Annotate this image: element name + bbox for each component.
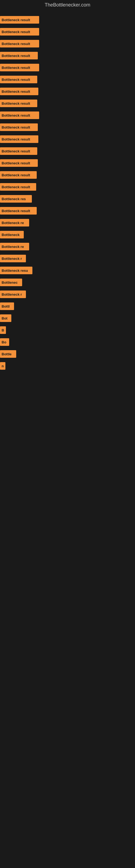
bar-row: Bottleneck result [0, 39, 135, 49]
bar-row: Bottleneck result [0, 98, 135, 108]
bottleneck-bar[interactable]: Bottleneck result [0, 16, 39, 24]
bar-row: Bottleneck result [0, 15, 135, 25]
bottleneck-bar[interactable]: Bot [0, 314, 11, 322]
bottleneck-bar[interactable]: Bottleneck result [0, 76, 37, 83]
bottleneck-bar[interactable]: Bottleneck r [0, 255, 26, 262]
bar-row: Bottleneck r [0, 254, 135, 264]
bar-row: Bottleneck result [0, 74, 135, 84]
site-title: TheBottlenecker.com [0, 0, 135, 10]
bar-row: Bottl [0, 301, 135, 311]
bar-row: Bottleneck re [0, 218, 135, 227]
bottleneck-bar[interactable]: Bottleneck result [0, 40, 39, 48]
bar-row: Bottleneck result [0, 182, 135, 192]
bar-row: B [0, 325, 135, 335]
bar-row: Bottleneck result [0, 122, 135, 132]
bottleneck-bar[interactable]: Bottleneck result [0, 171, 37, 179]
bar-row: Bottle [0, 349, 135, 359]
bottleneck-bar[interactable]: Bottleneck result [0, 207, 37, 215]
bar-row: Bottlenec [0, 278, 135, 287]
bottleneck-bar[interactable]: Bottleneck result [0, 88, 38, 95]
bar-row: Bottleneck result [0, 158, 135, 168]
bar-row: n [0, 361, 135, 371]
bottleneck-bar[interactable]: Bottleneck result [0, 123, 38, 131]
bar-row: Bottleneck result [0, 146, 135, 156]
bar-row: Bottleneck result [0, 111, 135, 120]
bottleneck-bar[interactable]: Bottleneck re [0, 243, 29, 250]
bar-row: Bottleneck result [0, 206, 135, 216]
bar-row: Bottleneck r [0, 289, 135, 299]
bar-row: Bottleneck result [0, 51, 135, 61]
bar-row: Bottleneck res [0, 194, 135, 204]
bar-row: Bottleneck re [0, 242, 135, 251]
bottleneck-bar[interactable]: Bottleneck result [0, 99, 37, 107]
bottleneck-bar[interactable]: Bottleneck result [0, 135, 38, 143]
bar-row: Bottleneck result [0, 134, 135, 144]
bottleneck-bar[interactable]: Bottlenec [0, 279, 22, 286]
bottleneck-bar[interactable]: Bottleneck result [0, 112, 39, 119]
bottleneck-bar[interactable]: Bottl [0, 303, 14, 310]
bottleneck-bar[interactable]: Bottle [0, 350, 16, 358]
bottleneck-bar[interactable]: Bottleneck result [0, 183, 36, 191]
bar-row: Bottleneck result [0, 170, 135, 180]
bar-row: Bottleneck [0, 230, 135, 240]
bar-row: Bo [0, 337, 135, 347]
bar-row: Bottleneck result [0, 63, 135, 72]
bottleneck-bar[interactable]: Bottleneck res [0, 195, 32, 203]
bottleneck-bar[interactable]: Bottleneck result [0, 28, 39, 35]
bottleneck-bar[interactable]: B [0, 326, 6, 334]
bottleneck-bar[interactable]: n [0, 362, 5, 370]
bottleneck-bar[interactable]: Bottleneck r [0, 290, 26, 298]
bar-row: Bottleneck result [0, 27, 135, 37]
bottleneck-bar[interactable]: Bottleneck result [0, 52, 38, 59]
bottleneck-bar[interactable]: Bottleneck result [0, 147, 37, 155]
bar-row: Bot [0, 313, 135, 323]
bottleneck-bar[interactable]: Bottleneck resu [0, 267, 32, 274]
bottleneck-bar[interactable]: Bo [0, 338, 9, 346]
bottleneck-bar[interactable]: Bottleneck [0, 231, 24, 239]
bars-container: Bottleneck resultBottleneck resultBottle… [0, 10, 135, 376]
bottleneck-bar[interactable]: Bottleneck result [0, 159, 38, 167]
bottleneck-bar[interactable]: Bottleneck re [0, 219, 29, 226]
bar-row: Bottleneck result [0, 87, 135, 96]
bar-row: Bottleneck resu [0, 266, 135, 275]
bottleneck-bar[interactable]: Bottleneck result [0, 64, 39, 71]
